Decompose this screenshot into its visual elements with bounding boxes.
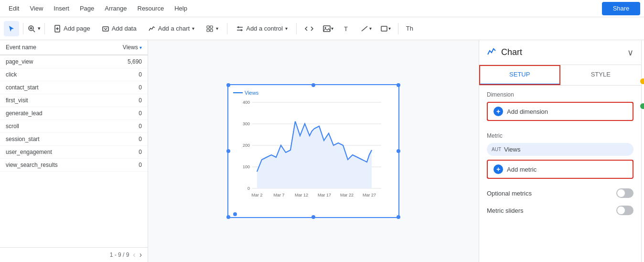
panel-tabs: SETUP STYLE [479, 65, 641, 86]
add-metric-icon: + [494, 164, 503, 174]
cell-event-name: scroll [0, 120, 99, 133]
cell-views: 5,690 [99, 55, 148, 68]
sort-icon: ▾ [140, 45, 142, 50]
zoom-control[interactable]: ▾ [27, 24, 41, 33]
menu-item-edit[interactable]: Edit [4, 3, 24, 14]
add-control-button[interactable]: Add a control ▾ [231, 22, 292, 35]
svg-rect-10 [207, 29, 209, 32]
metric-sliders-label: Metric sliders [487, 207, 524, 214]
prev-page-button[interactable]: ‹ [133, 251, 135, 259]
metric-sliders-toggle[interactable] [616, 206, 633, 215]
center-area: Views 400 300 200 100 0 Mar 2 [148, 40, 479, 262]
table-row: first_visit 0 [0, 94, 148, 107]
cell-event-name: page_view [0, 55, 99, 68]
cell-views: 0 [99, 146, 148, 159]
line-button[interactable]: ▾ [358, 20, 375, 37]
svg-rect-20 [381, 26, 387, 31]
cell-views: 0 [99, 68, 148, 81]
share-button[interactable]: Share [602, 2, 640, 15]
col-views[interactable]: Views ▾ [99, 40, 148, 55]
svg-text:300: 300 [243, 121, 250, 126]
menu-item-view[interactable]: View [25, 3, 48, 14]
select-tool[interactable] [4, 21, 19, 36]
add-metric-button[interactable]: + Add metric [487, 160, 633, 179]
sep4 [296, 23, 297, 34]
menu-item-insert[interactable]: Insert [49, 3, 74, 14]
next-page-button[interactable]: › [140, 251, 142, 259]
table-row: click 0 [0, 68, 148, 81]
handle-bl[interactable] [226, 215, 230, 219]
data-table: Event name Views ▾ page_view 5,690 click… [0, 40, 148, 172]
chart-panel-icon [487, 46, 497, 59]
cell-event-name: view_search_results [0, 159, 99, 172]
add-dimension-icon: + [494, 107, 503, 116]
table-row: page_view 5,690 [0, 55, 148, 68]
metric-label: Metric [487, 132, 633, 139]
svg-text:Mar 17: Mar 17 [318, 193, 331, 197]
cell-event-name: first_visit [0, 94, 99, 107]
svg-text:Mar 7: Mar 7 [273, 193, 284, 197]
optional-metrics-label: Optional metrics [487, 190, 532, 197]
add-metric-text: Add metric [507, 166, 537, 173]
panel-title-area: Chart [487, 46, 522, 59]
panel-close-button[interactable]: ∨ [627, 47, 633, 58]
chart-caret: ▾ [192, 26, 194, 31]
cell-views: 0 [99, 120, 148, 133]
tab-setup[interactable]: SETUP [479, 65, 560, 85]
accent-dot [640, 78, 644, 84]
add-data-button[interactable]: Add data [97, 22, 141, 35]
code-button[interactable] [301, 20, 318, 37]
col-event-name[interactable]: Event name [0, 40, 99, 55]
menu-item-arrange[interactable]: Arrange [100, 3, 131, 14]
add-chart-button[interactable]: Add a chart ▾ [143, 22, 200, 35]
svg-rect-16 [323, 26, 330, 32]
handle-tr[interactable] [397, 83, 400, 87]
svg-text:200: 200 [243, 143, 250, 148]
text-button[interactable]: T [339, 20, 356, 37]
table-row: user_engagement 0 [0, 146, 148, 159]
cell-event-name: generate_lead [0, 107, 99, 120]
line-caret: ▾ [369, 26, 372, 31]
metric-chip[interactable]: AUT Views [487, 143, 633, 156]
handle-tl[interactable] [226, 83, 230, 87]
handle-mr[interactable] [397, 149, 400, 153]
handle-bm[interactable] [311, 215, 315, 219]
handle-br[interactable] [397, 215, 400, 219]
svg-text:400: 400 [243, 100, 250, 105]
svg-point-17 [325, 27, 326, 28]
menu-item-resource[interactable]: Resource [133, 3, 169, 14]
menu-item-page[interactable]: Page [75, 3, 99, 14]
svg-line-19 [362, 26, 367, 31]
svg-text:100: 100 [243, 164, 250, 169]
metric-section: Metric AUT Views + Add metric [479, 127, 641, 185]
add-dimension-button[interactable]: + Add dimension [487, 102, 633, 121]
tab-style[interactable]: STYLE [560, 65, 642, 85]
handle-ml[interactable] [226, 149, 230, 153]
cell-views: 0 [99, 133, 148, 146]
table-row: contact_start 0 [0, 81, 148, 94]
add-page-button[interactable]: Add page [49, 22, 95, 35]
dimension-label: Dimension [487, 91, 633, 98]
chart-inner: Views 400 300 200 100 0 Mar 2 [233, 90, 394, 212]
cell-event-name: user_engagement [0, 146, 99, 159]
add-component-button[interactable]: ▾ [201, 22, 223, 35]
table-row: scroll 0 [0, 120, 148, 133]
legend-line [233, 92, 243, 93]
svg-text:T: T [344, 25, 348, 33]
add-data-label: Add data [112, 25, 137, 32]
add-control-label: Add a control [246, 25, 283, 32]
accent-bar [641, 40, 644, 262]
menu-item-help[interactable]: Help [170, 3, 192, 14]
add-dimension-text: Add dimension [507, 108, 548, 115]
menu-bar: Edit View Insert Page Arrange Resource H… [0, 0, 644, 17]
add-chart-label: Add a chart [158, 25, 190, 32]
svg-rect-11 [210, 29, 213, 32]
sep3 [227, 23, 227, 34]
chart-widget[interactable]: Views 400 300 200 100 0 Mar 2 [227, 84, 399, 218]
shape-button[interactable]: ▾ [377, 20, 394, 37]
cell-views: 0 [99, 81, 148, 94]
optional-metrics-toggle[interactable] [616, 188, 633, 198]
cell-event-name: click [0, 68, 99, 81]
pagination: 1 - 9 / 9 ‹ › [0, 247, 148, 262]
image-button[interactable]: ▾ [320, 20, 337, 37]
